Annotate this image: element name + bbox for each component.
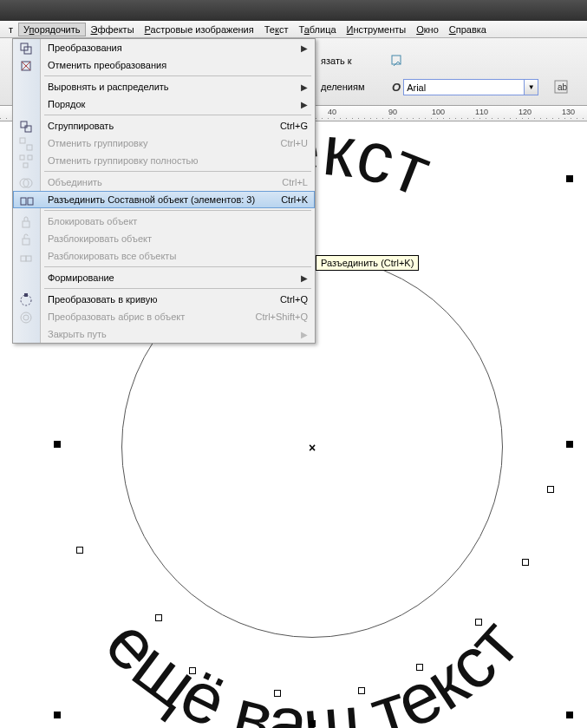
menu-close-path: Закрыть путь▶ [13, 325, 315, 343]
menu-bar: т Упорядочить Эффекты Растровые изображе… [0, 21, 587, 38]
svg-rect-15 [21, 198, 26, 205]
svg-rect-12 [23, 163, 28, 167]
menu-arrange[interactable]: Упорядочить [18, 23, 85, 36]
menu-bitmaps[interactable]: Растровые изображения [140, 23, 259, 36]
snap-dropdown-icon[interactable] [390, 53, 406, 69]
edit-text-icon[interactable]: ab [553, 79, 569, 95]
menu-break-apart[interactable]: Разъединить Составной объект (элементов:… [13, 191, 315, 208]
menu-ungroup-all: Отменить группировку полностью [13, 152, 315, 169]
to-curves-icon [18, 292, 34, 308]
svg-rect-11 [28, 155, 32, 160]
font-o-icon: O [392, 81, 401, 94]
selection-handle[interactable] [566, 175, 573, 182]
clear-transform-icon [18, 58, 34, 74]
unlock-all-icon [18, 249, 34, 265]
menu-to-curves[interactable]: Преобразовать в кривуюCtrl+Q [13, 291, 315, 308]
menu-ungroup: Отменить группировкуCtrl+U [13, 134, 315, 152]
font-name-input[interactable] [403, 79, 525, 95]
menu-outline-to-obj: Преобразовать абрис в объектCtrl+Shift+Q [13, 308, 315, 325]
selection-handle[interactable] [309, 720, 316, 727]
svg-rect-18 [23, 239, 29, 245]
svg-rect-16 [28, 198, 33, 205]
menu-effects[interactable]: Эффекты [86, 23, 140, 36]
svg-text:ab: ab [558, 82, 568, 92]
menu-window[interactable]: Окно [411, 23, 444, 36]
svg-rect-6 [21, 121, 27, 128]
text-node-handle[interactable] [189, 667, 196, 674]
menu-order[interactable]: Порядок▶ [13, 95, 315, 113]
unlock-icon [18, 232, 34, 247]
menu-unlock-all: Разблокировать все объекты [13, 247, 315, 265]
ungroup-icon [18, 136, 34, 152]
menu-help[interactable]: Справка [444, 23, 492, 36]
menu-shaping[interactable]: Формирование▶ [13, 269, 315, 286]
lock-icon [18, 214, 34, 230]
center-marker: × [309, 441, 316, 455]
svg-rect-22 [24, 293, 28, 297]
svg-rect-9 [27, 145, 32, 150]
text-node-handle[interactable] [522, 559, 529, 566]
svg-point-24 [23, 315, 29, 320]
text-node-handle[interactable] [274, 690, 281, 697]
menu-text[interactable]: Текст [259, 23, 294, 36]
svg-rect-10 [20, 155, 24, 160]
text-node-handle[interactable] [358, 687, 365, 694]
menu-partial[interactable]: т [3, 23, 18, 36]
menu-transform[interactable]: Преобразования▶ [13, 39, 315, 56]
selection-label: делениям [321, 82, 364, 92]
arrange-menu-dropdown: Преобразования▶ Отменить преобразования … [12, 38, 316, 344]
svg-rect-20 [26, 256, 31, 261]
transform-icon [18, 41, 34, 56]
selection-handle[interactable] [566, 441, 573, 448]
text-node-handle[interactable] [416, 664, 423, 671]
text-node-handle[interactable] [76, 547, 83, 554]
text-node-handle[interactable] [155, 614, 162, 621]
group-icon [18, 119, 34, 134]
ungroup-all-icon [18, 154, 34, 169]
tooltip: Разъединить (Ctrl+K) [316, 255, 419, 271]
text-node-handle[interactable] [547, 486, 554, 493]
menu-lock: Блокировать объект [13, 213, 315, 230]
svg-rect-7 [25, 126, 31, 132]
menu-table[interactable]: Таблица [293, 23, 341, 36]
svg-rect-17 [23, 221, 29, 227]
svg-rect-8 [20, 138, 25, 143]
menu-align[interactable]: Выровнять и распределить▶ [13, 78, 315, 95]
break-apart-icon [19, 193, 35, 209]
selection-handle[interactable] [54, 712, 61, 718]
menu-tools[interactable]: Инструменты [342, 23, 412, 36]
svg-rect-19 [21, 256, 26, 261]
title-bar [0, 0, 587, 21]
svg-point-23 [21, 312, 31, 323]
font-dropdown-button[interactable]: ▼ [525, 79, 538, 95]
menu-group[interactable]: СгруппироватьCtrl+G [13, 117, 315, 134]
menu-clear-transform[interactable]: Отменить преобразования [13, 56, 315, 74]
menu-unlock: Разблокировать объект [13, 230, 315, 247]
font-name-combo[interactable]: O ▼ [392, 79, 538, 95]
combine-icon [18, 175, 34, 191]
selection-handle[interactable] [566, 712, 573, 718]
outline-to-obj-icon [18, 310, 34, 325]
snap-to-label: язать к [321, 56, 352, 66]
selection-handle[interactable] [54, 441, 61, 448]
text-node-handle[interactable] [475, 619, 482, 626]
menu-combine: ОбъединитьCtrl+L [13, 174, 315, 191]
